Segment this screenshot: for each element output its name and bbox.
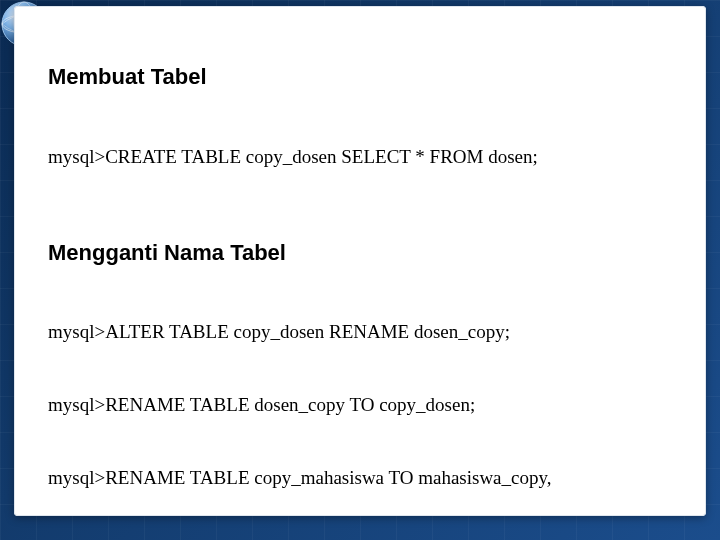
code-line: mysql>RENAME TABLE dosen_copy TO copy_do… (48, 393, 672, 417)
section-title-rename: Mengganti Nama Tabel (48, 240, 672, 266)
section-title-create: Membuat Tabel (48, 64, 672, 90)
code-block-rename: mysql>ALTER TABLE copy_dosen RENAME dose… (48, 272, 672, 540)
code-line: mysql>CREATE TABLE copy_dosen SELECT * F… (48, 145, 672, 169)
code-line: mysql>ALTER TABLE copy_dosen RENAME dose… (48, 320, 672, 344)
slide-content: Membuat Tabel mysql>CREATE TABLE copy_do… (14, 6, 706, 516)
code-block-create: mysql>CREATE TABLE copy_dosen SELECT * F… (48, 96, 672, 218)
code-line: mysql>RENAME TABLE copy_mahasiswa TO mah… (48, 466, 672, 490)
